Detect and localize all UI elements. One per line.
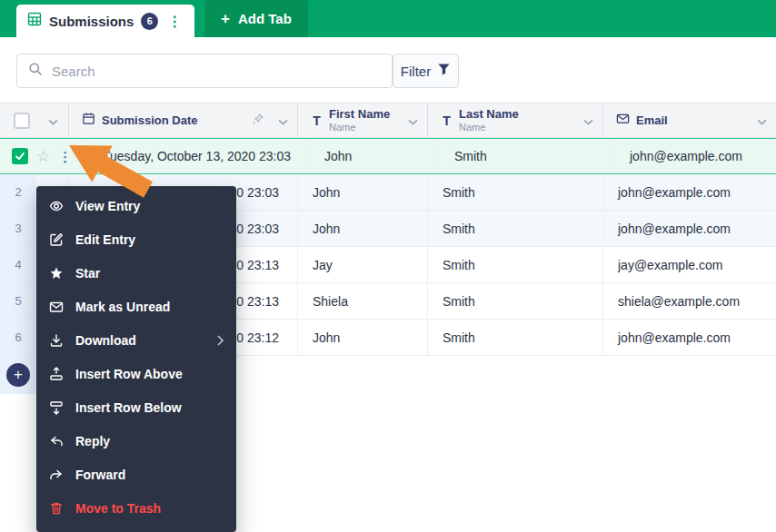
row-gutter: ☆ ⋮	[0, 139, 80, 173]
cell-email[interactable]: john@example.com	[614, 139, 776, 173]
trash-icon	[49, 501, 64, 516]
select-all-checkbox[interactable]	[14, 113, 30, 129]
cell-last-name[interactable]: Smith	[427, 320, 602, 355]
text-type-icon: T	[441, 113, 453, 128]
pin-icon[interactable]	[252, 113, 264, 129]
column-label: First Name	[329, 108, 390, 122]
add-row-gutter: +	[0, 356, 36, 394]
cell-email[interactable]: john@example.com	[602, 174, 776, 210]
cell-first-name[interactable]: John	[297, 211, 427, 246]
search-input[interactable]	[52, 64, 381, 79]
row-checkbox-checked[interactable]	[12, 148, 28, 164]
tab-label: Submissions	[49, 14, 134, 29]
download-icon	[49, 333, 64, 348]
funnel-icon	[437, 63, 451, 80]
menu-item-forward[interactable]: Forward	[36, 458, 236, 491]
star-icon	[49, 266, 64, 281]
add-row-button[interactable]: +	[6, 363, 30, 387]
menu-item-insert-row-above[interactable]: Insert Row Above	[36, 357, 236, 390]
cell-email[interactable]: john@example.com	[602, 320, 776, 355]
menu-item-view-entry[interactable]: View Entry	[36, 189, 236, 222]
menu-item-label: Mark as Unread	[75, 300, 170, 314]
menu-item-label: Forward	[75, 468, 125, 482]
cell-first-name[interactable]: Jay	[297, 247, 427, 282]
chevron-down-icon[interactable]	[408, 113, 418, 129]
chevron-down-icon[interactable]	[583, 113, 593, 129]
cell-submission-date[interactable]: Tuesday, October 13, 2020 23:03	[80, 139, 309, 173]
row-number[interactable]: 5	[0, 283, 36, 319]
menu-item-label: Reply	[75, 434, 110, 448]
menu-item-label: Download	[75, 333, 136, 348]
chevron-down-icon[interactable]	[757, 113, 767, 129]
app-window: Submissions 6 ⋮ + Add Tab Filter	[0, 0, 776, 532]
menu-item-label: Insert Row Below	[75, 400, 182, 415]
cell-first-name[interactable]: John	[297, 174, 427, 210]
menu-item-label: Move to Trash	[75, 501, 161, 516]
chevron-right-icon	[217, 335, 224, 346]
forward-icon	[49, 468, 64, 482]
menu-item-label: View Entry	[75, 199, 140, 213]
cell-last-name[interactable]: Smith	[427, 211, 602, 246]
cell-first-name[interactable]: John	[309, 139, 439, 173]
chevron-down-icon[interactable]	[48, 113, 58, 129]
menu-item-insert-row-below[interactable]: Insert Row Below	[36, 390, 236, 424]
row-context-menu: View Entry Edit Entry Star	[36, 186, 236, 532]
envelope-icon	[49, 300, 64, 314]
cell-last-name[interactable]: Smith	[427, 247, 602, 282]
cell-last-name[interactable]: Smith	[427, 283, 602, 319]
table-header: Submission Date T First Name Name T	[0, 103, 776, 138]
column-label: Submission Date	[102, 113, 197, 127]
search-icon	[28, 62, 43, 80]
filter-label: Filter	[401, 64, 431, 79]
cell-last-name[interactable]: Smith	[439, 139, 614, 173]
insert-row-below-icon	[49, 400, 64, 415]
table-row[interactable]: ☆ ⋮ Tuesday, October 13, 2020 23:03 John…	[0, 138, 776, 174]
menu-item-star[interactable]: Star	[36, 256, 236, 290]
row-kebab-icon[interactable]: ⋮	[58, 150, 72, 163]
cell-email[interactable]: john@example.com	[602, 211, 776, 246]
reply-icon	[49, 434, 64, 448]
column-sublabel: Name	[459, 122, 519, 133]
cell-first-name[interactable]: John	[297, 320, 427, 355]
row-number[interactable]: 2	[0, 174, 36, 210]
row-number[interactable]: 4	[0, 247, 36, 282]
column-header-last-name[interactable]: T Last Name Name	[427, 103, 602, 137]
star-icon[interactable]: ☆	[36, 149, 50, 164]
table-grid-icon	[27, 12, 42, 30]
cell-last-name[interactable]: Smith	[427, 174, 602, 210]
menu-item-label: Insert Row Above	[75, 367, 183, 381]
row-number[interactable]: 3	[0, 211, 36, 246]
menu-item-edit-entry[interactable]: Edit Entry	[36, 222, 236, 256]
menu-item-mark-as-unread[interactable]: Mark as Unread	[36, 290, 236, 323]
text-type-icon: T	[311, 113, 323, 128]
cell-email[interactable]: shiela@example.com	[602, 283, 776, 319]
cell-email[interactable]: jay@example.com	[602, 247, 776, 282]
edit-icon	[49, 232, 64, 247]
eye-icon	[49, 199, 64, 213]
tab-kebab-icon[interactable]: ⋮	[165, 13, 184, 30]
submission-count-badge: 6	[141, 13, 158, 30]
column-header-submission-date[interactable]: Submission Date	[68, 103, 297, 137]
column-sublabel: Name	[329, 122, 390, 133]
cell-first-name[interactable]: Shiela	[297, 283, 427, 319]
plus-icon: +	[221, 10, 230, 28]
calendar-icon	[82, 112, 95, 129]
menu-item-move-to-trash[interactable]: Move to Trash	[36, 491, 236, 525]
add-tab-label: Add Tab	[238, 11, 292, 26]
menu-item-label: Star	[75, 266, 100, 281]
row-number[interactable]: 6	[0, 320, 36, 355]
menu-item-label: Edit Entry	[75, 232, 135, 247]
search-box	[16, 54, 393, 88]
chevron-down-icon[interactable]	[278, 113, 288, 129]
menu-item-download[interactable]: Download	[36, 323, 236, 357]
column-label: Email	[636, 113, 668, 127]
insert-row-above-icon	[49, 367, 64, 381]
tab-submissions[interactable]: Submissions 6 ⋮	[16, 5, 194, 37]
envelope-icon	[616, 112, 630, 129]
tab-bar: Submissions 6 ⋮ + Add Tab	[0, 0, 776, 37]
column-header-first-name[interactable]: T First Name Name	[297, 103, 427, 137]
menu-item-reply[interactable]: Reply	[36, 424, 236, 458]
filter-button[interactable]: Filter	[393, 54, 459, 88]
column-header-email[interactable]: Email	[602, 103, 776, 137]
add-tab-button[interactable]: + Add Tab	[204, 0, 308, 37]
